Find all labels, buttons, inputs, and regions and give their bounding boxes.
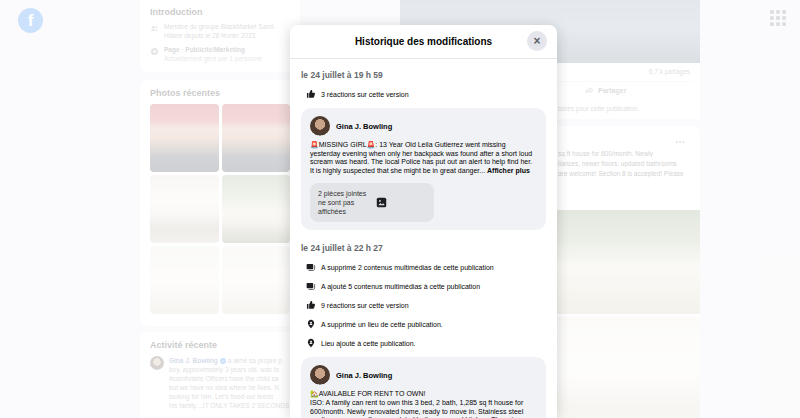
version-2-card: Gina J. Bowling 🏡AVAILABLE FOR RENT TO O… — [301, 357, 546, 418]
hidden-attachments-notice[interactable]: 2 pièces jointes ne sont pas affichées — [310, 183, 434, 222]
close-icon[interactable]: × — [527, 31, 547, 51]
reactions-text: 3 réactions sur cette version — [321, 91, 409, 98]
version-2-change-row: Lieu ajouté à cette publication. — [301, 338, 546, 348]
media-icon — [306, 262, 316, 272]
modal-body: le 24 juillet à 19 h 59 3 réactions sur … — [290, 59, 557, 418]
version-2-body: ISO: A family can rent to own this 3 bed… — [310, 399, 526, 418]
hidden-image-icon — [376, 197, 426, 208]
modal-title: Historique des modifications — [355, 36, 492, 47]
version-1-reactions-row: 3 réactions sur cette version — [301, 89, 546, 99]
author-avatar — [310, 365, 330, 385]
version-1-text: 🚨MISSING GIRL🚨: 13 Year Old Leila Gutier… — [310, 141, 537, 175]
change-text: A ajouté 5 contenus multimédias à cette … — [321, 283, 480, 290]
like-icon — [306, 300, 316, 310]
version-date-1: le 24 juillet à 19 h 59 — [301, 70, 546, 80]
change-text: A supprimé 2 contenus multimédias de cet… — [321, 264, 494, 271]
author-avatar — [310, 116, 330, 136]
version-2-change-row: A ajouté 5 contenus multimédias à cette … — [301, 281, 546, 291]
location-pin-icon — [306, 319, 316, 329]
version-2-change-row: A supprimé un lieu de cette publication. — [301, 319, 546, 329]
see-more-link[interactable]: Afficher plus — [487, 167, 530, 174]
version-2-text: 🏡AVAILABLE FOR RENT TO OWN! ISO: A famil… — [310, 390, 537, 418]
version-2-change-row: A supprimé 2 contenus multimédias de cet… — [301, 262, 546, 272]
version-2-change-row: 9 réactions sur cette version — [301, 300, 546, 310]
location-pin-icon — [306, 338, 316, 348]
change-text: Lieu ajouté à cette publication. — [321, 340, 416, 347]
hidden-attachments-text: 2 pièces jointes ne sont pas affichées — [318, 189, 368, 216]
modal-header: Historique des modifications × — [290, 25, 557, 59]
media-icon — [306, 281, 316, 291]
version-1-card: Gina J. Bowling 🚨MISSING GIRL🚨: 13 Year … — [301, 108, 546, 230]
change-text: A supprimé un lieu de cette publication. — [321, 321, 443, 328]
change-text: 9 réactions sur cette version — [321, 302, 409, 309]
version-2-headline: 🏡AVAILABLE FOR RENT TO OWN! — [310, 390, 537, 399]
like-icon — [306, 89, 316, 99]
edit-history-modal: Historique des modifications × le 24 jui… — [290, 25, 557, 418]
author-name: Gina J. Bowling — [336, 371, 392, 380]
version-date-2: le 24 juillet à 22 h 27 — [301, 243, 546, 253]
author-name: Gina J. Bowling — [336, 122, 392, 131]
